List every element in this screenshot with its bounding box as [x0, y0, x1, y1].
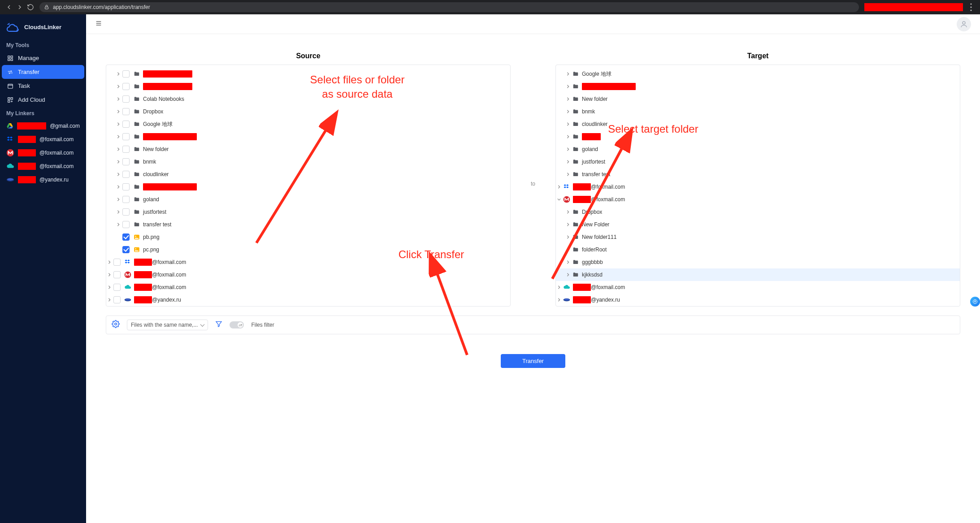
expand-caret[interactable] [565, 135, 571, 138]
tree-checkbox[interactable] [122, 70, 130, 78]
expand-caret[interactable] [115, 160, 121, 164]
expand-caret[interactable] [565, 110, 571, 113]
tree-row[interactable]: cloudlinker [106, 168, 510, 181]
tree-checkbox[interactable] [122, 158, 130, 165]
browser-menu-button[interactable] [966, 2, 976, 13]
expand-caret[interactable] [556, 185, 562, 189]
tree-checkbox[interactable] [113, 296, 121, 303]
expand-caret[interactable] [115, 173, 121, 176]
expand-caret[interactable] [106, 260, 113, 264]
tree-row[interactable] [106, 80, 510, 93]
expand-caret[interactable] [565, 173, 571, 176]
tree-row[interactable]: Google 地球 [106, 118, 510, 130]
files-filter-button[interactable] [215, 320, 222, 329]
tree-checkbox[interactable] [122, 83, 130, 90]
tree-row[interactable]: bnmk [556, 105, 960, 118]
expand-caret[interactable] [115, 223, 121, 226]
tree-row[interactable]: New folder111 [556, 231, 960, 243]
expand-caret[interactable] [565, 160, 571, 164]
expand-caret[interactable] [106, 298, 113, 302]
expand-caret[interactable] [565, 210, 571, 214]
tree-checkbox[interactable] [122, 246, 130, 253]
expand-caret[interactable] [115, 147, 121, 151]
linker-item-pcloud[interactable]: @foxmail.com [2, 160, 84, 173]
tree-row[interactable]: @foxmail.com [556, 181, 960, 193]
tree-row[interactable]: pc.png [106, 243, 510, 256]
tree-row[interactable]: justfortest [106, 206, 510, 218]
tree-checkbox[interactable] [113, 271, 121, 278]
source-tree[interactable]: Colab NotebooksDropboxGoogle 地球New folde… [106, 65, 510, 306]
expand-caret[interactable] [115, 135, 121, 138]
help-fab[interactable] [970, 297, 980, 307]
tree-checkbox[interactable] [122, 121, 130, 128]
expand-caret[interactable] [115, 72, 121, 76]
sidebar-item-manage[interactable]: Manage [2, 51, 84, 65]
expand-caret[interactable] [115, 198, 121, 201]
expand-caret[interactable] [106, 273, 113, 277]
tree-row[interactable]: bnmk [106, 156, 510, 168]
browser-reload-button[interactable] [25, 2, 36, 13]
tree-row[interactable]: goland [106, 193, 510, 206]
transfer-button[interactable]: Transfer [501, 354, 565, 368]
browser-forward-button[interactable] [14, 2, 25, 13]
tree-row[interactable]: transfer test [106, 218, 510, 231]
tree-row[interactable]: pb.png [106, 231, 510, 243]
tree-row[interactable] [106, 68, 510, 80]
target-tree[interactable]: Google 地球New folderbnmkcloudlinkergoland… [556, 65, 960, 306]
tree-row[interactable]: @foxmail.com [106, 281, 510, 294]
tree-row[interactable]: @foxmail.com [556, 193, 960, 206]
expand-caret[interactable] [565, 248, 571, 251]
tree-checkbox[interactable] [113, 284, 121, 291]
expand-caret[interactable] [556, 298, 562, 302]
expand-caret[interactable] [115, 185, 121, 189]
tree-row[interactable]: @yandex.ru [106, 294, 510, 306]
duplicate-handling-select[interactable]: Files with the same name,... [127, 320, 208, 330]
linker-item-gdrive[interactable]: @gmail.com [2, 119, 84, 133]
tree-row[interactable]: kjkksdsd [556, 268, 960, 281]
options-gear-button[interactable] [112, 320, 120, 330]
user-avatar[interactable] [957, 17, 971, 31]
tree-row[interactable]: New Folder [556, 218, 960, 231]
expand-caret[interactable] [565, 147, 571, 151]
tree-row[interactable] [556, 130, 960, 143]
expand-caret[interactable] [565, 85, 571, 88]
expand-caret[interactable] [565, 260, 571, 264]
expand-caret[interactable] [565, 235, 571, 239]
expand-caret[interactable] [556, 285, 562, 289]
tree-row[interactable]: folderRoot [556, 243, 960, 256]
tree-row[interactable]: Dropbox [556, 206, 960, 218]
tree-row[interactable]: @yandex.ru [556, 294, 960, 306]
tree-checkbox[interactable] [122, 133, 130, 140]
tree-row[interactable]: @foxmail.com [106, 268, 510, 281]
expand-caret[interactable] [565, 273, 571, 277]
expand-caret[interactable] [115, 110, 121, 113]
collapse-sidebar-button[interactable] [95, 20, 102, 29]
expand-caret[interactable] [565, 72, 571, 76]
tree-row[interactable]: justfortest [556, 156, 960, 168]
tree-row[interactable] [106, 130, 510, 143]
tree-checkbox[interactable] [122, 196, 130, 203]
browser-address-bar[interactable]: app.cloudslinker.com/application/transfe… [39, 2, 859, 12]
tree-row[interactable]: cloudlinker [556, 118, 960, 130]
tree-checkbox[interactable] [122, 171, 130, 178]
linker-item-dropbox[interactable]: @foxmail.com [2, 133, 84, 146]
tree-row[interactable]: gggbbbb [556, 256, 960, 268]
tree-row[interactable]: Colab Notebooks [106, 93, 510, 105]
expand-caret[interactable] [115, 122, 121, 126]
tree-row[interactable]: @foxmail.com [556, 281, 960, 294]
sidebar-item-add-cloud[interactable]: Add Cloud [2, 93, 84, 107]
tree-checkbox[interactable] [122, 208, 130, 216]
tree-checkbox[interactable] [122, 95, 130, 103]
tree-row[interactable]: @foxmail.com [106, 256, 510, 268]
expand-caret[interactable] [115, 97, 121, 101]
tree-row[interactable]: New folder [556, 93, 960, 105]
tree-row[interactable]: transfer test [556, 168, 960, 181]
expand-caret[interactable] [115, 210, 121, 214]
tree-checkbox[interactable] [122, 108, 130, 115]
tree-row[interactable]: Google 地球 [556, 68, 960, 80]
browser-back-button[interactable] [4, 2, 14, 13]
files-filter-toggle[interactable]: off [230, 321, 244, 328]
expand-caret[interactable] [556, 198, 562, 201]
tree-row[interactable]: New folder [106, 143, 510, 156]
tree-checkbox[interactable] [122, 183, 130, 190]
